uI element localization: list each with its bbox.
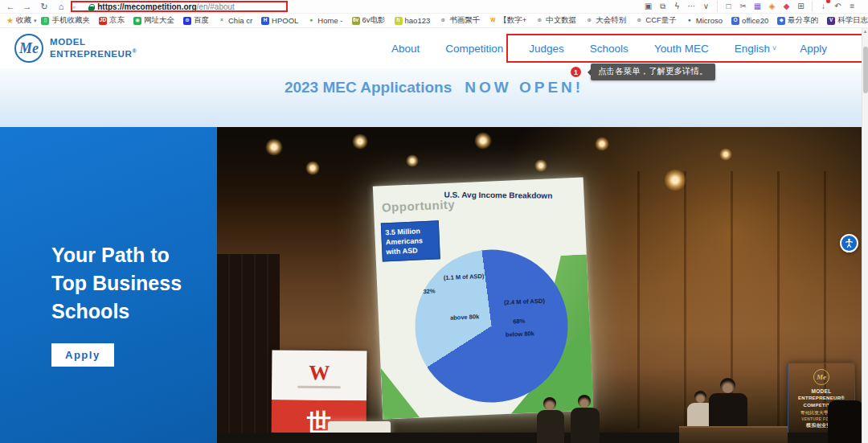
bookmark-item[interactable]: h hao123 [395, 16, 431, 25]
bookmark-item[interactable]: ◉ 网址大全 [133, 15, 174, 26]
bookmark-item[interactable]: V 科学日志 [827, 15, 868, 26]
bookmark-favicon: H [261, 17, 269, 25]
bookmark-list: ▯ 手机收藏夹 JD 京东 ◉ 网址大全 ⊙ 百度 × Chia cr [41, 15, 868, 26]
bookmark-item[interactable]: × Chia cr [218, 16, 252, 25]
apply-button[interactable]: Apply [51, 343, 114, 367]
mec-banner-line: MODEL [812, 388, 832, 395]
nav-item-youth-mec[interactable]: Youth MEC [654, 43, 711, 55]
scrollbar-thumb[interactable] [863, 47, 868, 93]
spotlight [534, 159, 547, 172]
bookmarks-bar: ★ 收藏 ▾ ▯ 手机收藏夹 JD 京东 ◉ 网址大全 ⊙ 百度 [0, 14, 868, 28]
bookmark-label: 书画聚千 [449, 15, 480, 26]
browser-toolbar: ← → ↻ ⌂ ● https://mecompetition.org/en/#… [0, 0, 868, 14]
scrollbar-track[interactable]: ▲ [862, 28, 868, 443]
lock-icon [88, 4, 94, 10]
main-nav: About Competition Judges Schools Youth M… [391, 43, 854, 55]
bookmark-item[interactable]: ⊕ 大会特别 [585, 15, 626, 26]
podium [679, 426, 788, 443]
nav-item-judges[interactable]: Judges [529, 43, 567, 55]
pie-note-below: (2.4 M of ASD) [504, 297, 545, 306]
bookmark-favicon: ⊕ [585, 17, 593, 25]
bookmark-item[interactable]: ● Home - [307, 16, 342, 25]
spotlight [352, 133, 368, 150]
bookmark-favicon: h [395, 17, 403, 25]
pie-pct-below: 68% [513, 318, 525, 326]
more-icon[interactable]: ⋯ [686, 1, 697, 12]
accessibility-widget-button[interactable] [840, 234, 858, 252]
annotation-tooltip: 1 点击各菜单，了解更多详情。 [571, 64, 715, 80]
banner-text-left: 2023 MEC Applications [285, 79, 452, 96]
shield-extension-icon[interactable]: ◈ [767, 1, 777, 12]
translate-icon[interactable]: ⧉ [657, 1, 668, 12]
slide-green-shape [381, 367, 420, 420]
projector-screen: Opportunity U.S. Avg Income Breakdown 3.… [373, 177, 593, 419]
media-preview-icon[interactable]: ▣ [643, 1, 653, 12]
banner-small-text [297, 386, 341, 388]
bookmark-item[interactable]: ◆ 最分享的 [777, 15, 818, 26]
star-icon: ★ [6, 16, 14, 25]
bookmark-label: 京东 [109, 15, 125, 26]
nav-item-schools[interactable]: Schools [590, 43, 631, 55]
scroll-up-arrow[interactable]: ▲ [862, 28, 868, 35]
bookmark-favicon: 6v [352, 17, 360, 25]
site-info-icon[interactable]: ● [72, 4, 76, 10]
web-page: Me MODEL ENTREPRENEUR® About Competition… [0, 28, 868, 443]
bookmark-label: 科学日志 [837, 15, 868, 26]
gamepad-extension-icon[interactable]: ◆ [781, 1, 792, 12]
nav-item-apply[interactable]: Apply [800, 43, 829, 55]
hero-section: Your Path to Top Business Schools Apply … [0, 127, 868, 443]
refresh-icon[interactable]: ↻ [39, 1, 50, 12]
bookmark-label: 【数字+ [499, 15, 526, 26]
bookmark-label: CCF量子 [645, 15, 677, 26]
bookmark-label: 网址大全 [144, 15, 174, 26]
bookmark-item[interactable]: H HPOOL [261, 16, 298, 25]
bookmark-item[interactable]: ⊕ 中文数据 [535, 15, 576, 26]
pie-label-above: above 80k [450, 313, 480, 322]
bookmark-favicon: ▯ [41, 17, 49, 25]
nav-item-english[interactable]: English˅ [735, 43, 777, 55]
pie-label-below: below 80k [506, 330, 534, 338]
bookmark-item[interactable]: 6v 6v电影 [352, 15, 386, 26]
frame-extension-icon[interactable]: □ [723, 1, 734, 12]
bookmark-label: 手机收藏夹 [51, 15, 90, 26]
bookmark-favorites[interactable]: ★ 收藏 ▾ [6, 15, 36, 26]
url-bar[interactable]: https://mecompetition.org/en/#about [83, 2, 290, 12]
slide-callout-box: 3.5 Million Americans with ASD [381, 220, 440, 262]
collapse-icon[interactable]: ∨ [701, 1, 711, 12]
bookmark-item[interactable]: JD 京东 [99, 15, 125, 26]
bookmark-item[interactable]: ⊕ 书画聚千 [439, 15, 480, 26]
spotlight [305, 161, 320, 175]
audience-person [571, 395, 600, 443]
bookmark-item[interactable]: ⊙ 百度 [183, 15, 209, 26]
bookmark-label: 大会特别 [596, 15, 626, 26]
nav-item-about[interactable]: About [391, 43, 422, 55]
purple-extension-icon[interactable]: ▦ [752, 1, 763, 12]
bookmark-label: 最分享的 [788, 15, 818, 26]
bookmark-label: 6v电影 [362, 15, 386, 26]
home-icon[interactable]: ⌂ [55, 1, 67, 12]
site-header: Me MODEL ENTREPRENEUR® About Competition… [0, 28, 868, 68]
bookmark-item[interactable]: ▯ 手机收藏夹 [41, 15, 90, 26]
accessibility-person-icon [843, 237, 855, 249]
bookmark-favicon: ● [307, 17, 315, 25]
forward-icon[interactable]: → [22, 1, 33, 12]
bookmark-favicon: O [731, 17, 739, 25]
undo-icon[interactable]: ↶ [833, 1, 843, 12]
world-journal-logo: W [272, 350, 367, 400]
bookmark-item[interactable]: ● Microso [686, 16, 723, 25]
menu-icon[interactable]: ≡ [847, 1, 858, 12]
bookmark-item[interactable]: O office20 [731, 16, 768, 25]
applications-banner: 2023 MEC ApplicationsNOW OPEN! [0, 68, 868, 127]
site-logo[interactable]: Me MODEL ENTREPRENEUR® [14, 34, 137, 63]
bookmark-label: Microso [696, 16, 723, 25]
back-icon[interactable]: ← [5, 1, 16, 12]
download-badge [826, 0, 830, 3]
bookmark-item[interactable]: W 【数字+ [489, 15, 526, 26]
flash-icon[interactable]: ϟ [672, 1, 682, 12]
download-icon[interactable]: ↓ [818, 1, 829, 12]
bookmark-item[interactable]: ⊕ CCF量子 [635, 15, 677, 26]
nav-item-competition[interactable]: Competition [445, 43, 506, 55]
bookmark-label: Chia cr [228, 16, 252, 25]
scissors-extension-icon[interactable]: ✂ [738, 1, 748, 12]
apps-grid-icon[interactable]: ⊞ [796, 1, 806, 12]
